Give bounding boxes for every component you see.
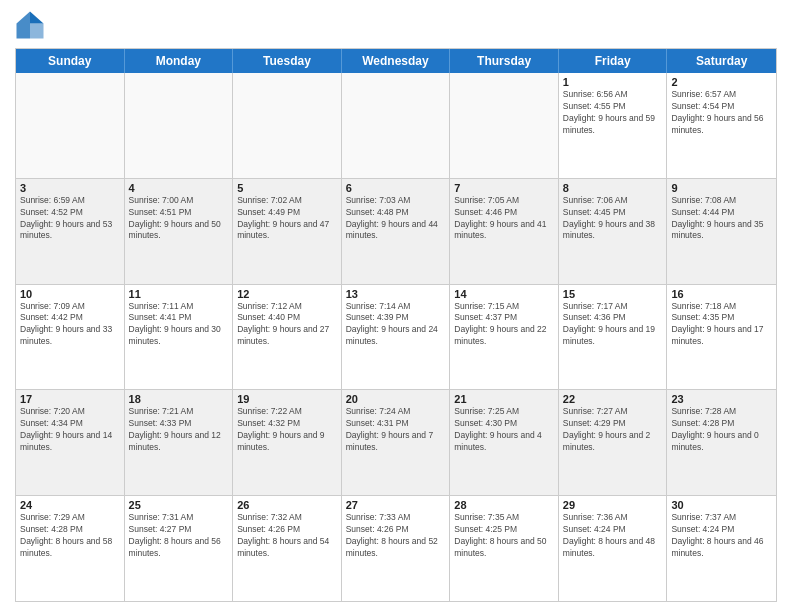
- day-number: 9: [671, 182, 772, 194]
- calendar-cell: 20Sunrise: 7:24 AM Sunset: 4:31 PM Dayli…: [342, 390, 451, 495]
- day-number: 14: [454, 288, 554, 300]
- day-info: Sunrise: 7:35 AM Sunset: 4:25 PM Dayligh…: [454, 512, 554, 560]
- day-number: 11: [129, 288, 229, 300]
- calendar-cell: 19Sunrise: 7:22 AM Sunset: 4:32 PM Dayli…: [233, 390, 342, 495]
- svg-marker-1: [30, 24, 44, 39]
- day-info: Sunrise: 7:17 AM Sunset: 4:36 PM Dayligh…: [563, 301, 663, 349]
- day-number: 5: [237, 182, 337, 194]
- calendar-cell: 1Sunrise: 6:56 AM Sunset: 4:55 PM Daylig…: [559, 73, 668, 178]
- header-day-tuesday: Tuesday: [233, 49, 342, 73]
- calendar: SundayMondayTuesdayWednesdayThursdayFrid…: [15, 48, 777, 602]
- day-number: 21: [454, 393, 554, 405]
- header-day-sunday: Sunday: [16, 49, 125, 73]
- calendar-cell: 9Sunrise: 7:08 AM Sunset: 4:44 PM Daylig…: [667, 179, 776, 284]
- day-number: 19: [237, 393, 337, 405]
- day-number: 8: [563, 182, 663, 194]
- calendar-cell: 7Sunrise: 7:05 AM Sunset: 4:46 PM Daylig…: [450, 179, 559, 284]
- calendar-cell: [342, 73, 451, 178]
- day-number: 29: [563, 499, 663, 511]
- day-info: Sunrise: 6:57 AM Sunset: 4:54 PM Dayligh…: [671, 89, 772, 137]
- day-info: Sunrise: 7:09 AM Sunset: 4:42 PM Dayligh…: [20, 301, 120, 349]
- calendar-cell: 15Sunrise: 7:17 AM Sunset: 4:36 PM Dayli…: [559, 285, 668, 390]
- calendar-body: 1Sunrise: 6:56 AM Sunset: 4:55 PM Daylig…: [16, 73, 776, 601]
- calendar-cell: 25Sunrise: 7:31 AM Sunset: 4:27 PM Dayli…: [125, 496, 234, 601]
- header-day-wednesday: Wednesday: [342, 49, 451, 73]
- day-info: Sunrise: 7:22 AM Sunset: 4:32 PM Dayligh…: [237, 406, 337, 454]
- page: SundayMondayTuesdayWednesdayThursdayFrid…: [0, 0, 792, 612]
- day-number: 17: [20, 393, 120, 405]
- calendar-cell: 18Sunrise: 7:21 AM Sunset: 4:33 PM Dayli…: [125, 390, 234, 495]
- day-info: Sunrise: 7:05 AM Sunset: 4:46 PM Dayligh…: [454, 195, 554, 243]
- header-day-monday: Monday: [125, 49, 234, 73]
- calendar-cell: [125, 73, 234, 178]
- calendar-cell: 11Sunrise: 7:11 AM Sunset: 4:41 PM Dayli…: [125, 285, 234, 390]
- calendar-cell: [233, 73, 342, 178]
- calendar-cell: 27Sunrise: 7:33 AM Sunset: 4:26 PM Dayli…: [342, 496, 451, 601]
- calendar-row-1: 3Sunrise: 6:59 AM Sunset: 4:52 PM Daylig…: [16, 179, 776, 285]
- day-info: Sunrise: 6:56 AM Sunset: 4:55 PM Dayligh…: [563, 89, 663, 137]
- day-info: Sunrise: 7:03 AM Sunset: 4:48 PM Dayligh…: [346, 195, 446, 243]
- day-number: 1: [563, 76, 663, 88]
- day-number: 20: [346, 393, 446, 405]
- day-info: Sunrise: 7:11 AM Sunset: 4:41 PM Dayligh…: [129, 301, 229, 349]
- day-info: Sunrise: 7:06 AM Sunset: 4:45 PM Dayligh…: [563, 195, 663, 243]
- day-number: 16: [671, 288, 772, 300]
- day-number: 15: [563, 288, 663, 300]
- calendar-row-3: 17Sunrise: 7:20 AM Sunset: 4:34 PM Dayli…: [16, 390, 776, 496]
- day-number: 7: [454, 182, 554, 194]
- day-number: 26: [237, 499, 337, 511]
- day-info: Sunrise: 7:33 AM Sunset: 4:26 PM Dayligh…: [346, 512, 446, 560]
- day-number: 28: [454, 499, 554, 511]
- header-day-saturday: Saturday: [667, 49, 776, 73]
- calendar-cell: 26Sunrise: 7:32 AM Sunset: 4:26 PM Dayli…: [233, 496, 342, 601]
- calendar-row-0: 1Sunrise: 6:56 AM Sunset: 4:55 PM Daylig…: [16, 73, 776, 179]
- calendar-cell: 3Sunrise: 6:59 AM Sunset: 4:52 PM Daylig…: [16, 179, 125, 284]
- day-info: Sunrise: 7:32 AM Sunset: 4:26 PM Dayligh…: [237, 512, 337, 560]
- calendar-row-4: 24Sunrise: 7:29 AM Sunset: 4:28 PM Dayli…: [16, 496, 776, 601]
- day-number: 30: [671, 499, 772, 511]
- day-info: Sunrise: 7:14 AM Sunset: 4:39 PM Dayligh…: [346, 301, 446, 349]
- calendar-cell: 21Sunrise: 7:25 AM Sunset: 4:30 PM Dayli…: [450, 390, 559, 495]
- day-info: Sunrise: 7:36 AM Sunset: 4:24 PM Dayligh…: [563, 512, 663, 560]
- logo-icon: [15, 10, 45, 40]
- calendar-cell: 4Sunrise: 7:00 AM Sunset: 4:51 PM Daylig…: [125, 179, 234, 284]
- day-info: Sunrise: 6:59 AM Sunset: 4:52 PM Dayligh…: [20, 195, 120, 243]
- day-number: 6: [346, 182, 446, 194]
- calendar-cell: 12Sunrise: 7:12 AM Sunset: 4:40 PM Dayli…: [233, 285, 342, 390]
- day-info: Sunrise: 7:02 AM Sunset: 4:49 PM Dayligh…: [237, 195, 337, 243]
- day-number: 22: [563, 393, 663, 405]
- day-info: Sunrise: 7:29 AM Sunset: 4:28 PM Dayligh…: [20, 512, 120, 560]
- day-info: Sunrise: 7:15 AM Sunset: 4:37 PM Dayligh…: [454, 301, 554, 349]
- day-info: Sunrise: 7:25 AM Sunset: 4:30 PM Dayligh…: [454, 406, 554, 454]
- day-number: 4: [129, 182, 229, 194]
- day-number: 23: [671, 393, 772, 405]
- calendar-cell: 17Sunrise: 7:20 AM Sunset: 4:34 PM Dayli…: [16, 390, 125, 495]
- day-number: 18: [129, 393, 229, 405]
- calendar-cell: 23Sunrise: 7:28 AM Sunset: 4:28 PM Dayli…: [667, 390, 776, 495]
- svg-marker-0: [30, 12, 44, 24]
- header: [15, 10, 777, 40]
- calendar-row-2: 10Sunrise: 7:09 AM Sunset: 4:42 PM Dayli…: [16, 285, 776, 391]
- day-info: Sunrise: 7:37 AM Sunset: 4:24 PM Dayligh…: [671, 512, 772, 560]
- calendar-cell: 16Sunrise: 7:18 AM Sunset: 4:35 PM Dayli…: [667, 285, 776, 390]
- calendar-cell: [16, 73, 125, 178]
- header-day-thursday: Thursday: [450, 49, 559, 73]
- calendar-cell: 13Sunrise: 7:14 AM Sunset: 4:39 PM Dayli…: [342, 285, 451, 390]
- calendar-cell: 14Sunrise: 7:15 AM Sunset: 4:37 PM Dayli…: [450, 285, 559, 390]
- day-info: Sunrise: 7:24 AM Sunset: 4:31 PM Dayligh…: [346, 406, 446, 454]
- calendar-cell: [450, 73, 559, 178]
- calendar-header: SundayMondayTuesdayWednesdayThursdayFrid…: [16, 49, 776, 73]
- day-info: Sunrise: 7:31 AM Sunset: 4:27 PM Dayligh…: [129, 512, 229, 560]
- day-number: 10: [20, 288, 120, 300]
- calendar-cell: 29Sunrise: 7:36 AM Sunset: 4:24 PM Dayli…: [559, 496, 668, 601]
- logo: [15, 10, 49, 40]
- day-number: 3: [20, 182, 120, 194]
- day-info: Sunrise: 7:28 AM Sunset: 4:28 PM Dayligh…: [671, 406, 772, 454]
- svg-marker-2: [17, 12, 31, 39]
- day-info: Sunrise: 7:18 AM Sunset: 4:35 PM Dayligh…: [671, 301, 772, 349]
- calendar-cell: 5Sunrise: 7:02 AM Sunset: 4:49 PM Daylig…: [233, 179, 342, 284]
- calendar-cell: 2Sunrise: 6:57 AM Sunset: 4:54 PM Daylig…: [667, 73, 776, 178]
- day-info: Sunrise: 7:00 AM Sunset: 4:51 PM Dayligh…: [129, 195, 229, 243]
- day-info: Sunrise: 7:27 AM Sunset: 4:29 PM Dayligh…: [563, 406, 663, 454]
- day-number: 2: [671, 76, 772, 88]
